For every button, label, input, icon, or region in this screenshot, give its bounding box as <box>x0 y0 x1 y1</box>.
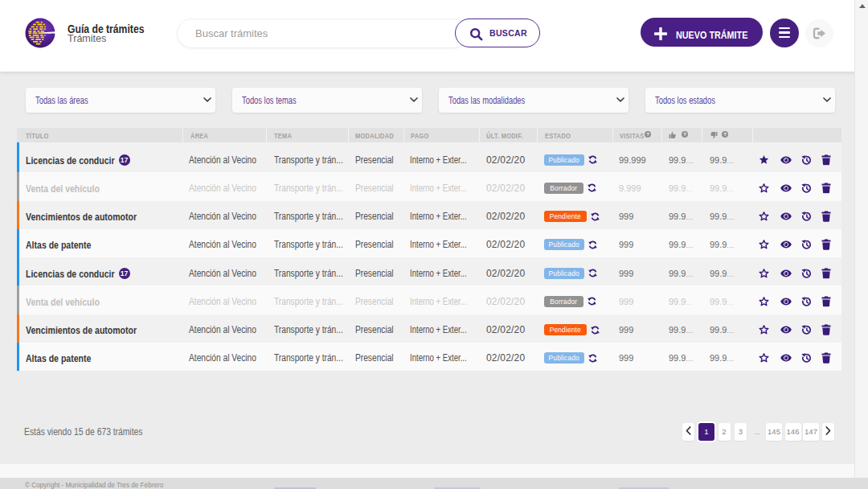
svg-text:?: ? <box>646 132 649 137</box>
svg-text:?: ? <box>723 132 727 137</box>
svg-text:?: ? <box>683 132 686 137</box>
